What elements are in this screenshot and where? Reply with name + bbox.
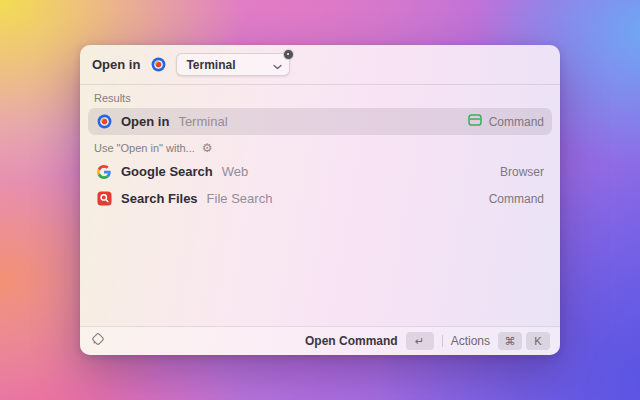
- footer-divider: [442, 335, 443, 347]
- dropdown-selected-value: Terminal: [186, 58, 235, 72]
- chevron-down-icon: [273, 56, 282, 74]
- search-files-icon: [96, 191, 112, 207]
- result-row-search-files[interactable]: Search Files File Search Command: [88, 185, 552, 212]
- command-key-icon[interactable]: ⌘: [498, 332, 522, 350]
- raycast-logo-icon: [90, 331, 106, 351]
- result-row-google-search[interactable]: Google Search Web Browser: [88, 158, 552, 185]
- return-key-icon[interactable]: ↵: [406, 332, 434, 350]
- launcher-header: Open in Terminal: [80, 45, 560, 85]
- result-title: Search Files: [121, 191, 198, 206]
- raycast-launcher-window: Open in Terminal Results: [80, 45, 560, 355]
- results-label-text: Results: [94, 92, 131, 104]
- dropdown-notification-badge: [283, 49, 294, 60]
- result-accessory: Browser: [500, 165, 544, 179]
- result-accessory: Command: [468, 114, 544, 129]
- open-in-icon: [96, 114, 112, 130]
- k-key-icon[interactable]: K: [526, 332, 550, 350]
- result-type-label: Command: [489, 115, 544, 129]
- empty-results-area: [80, 212, 560, 326]
- google-icon: [96, 164, 112, 180]
- gear-icon[interactable]: ⚙: [202, 142, 213, 154]
- result-title: Google Search: [121, 164, 213, 179]
- actions-button[interactable]: Actions: [451, 334, 490, 348]
- result-type-label: Command: [489, 192, 544, 206]
- result-title: Open in: [121, 114, 169, 129]
- open-in-icon: [150, 57, 166, 73]
- result-subtitle: File Search: [207, 191, 273, 206]
- result-accessory: Command: [489, 192, 544, 206]
- result-row-open-in[interactable]: Open in Terminal Command: [88, 108, 552, 135]
- use-with-section-label: Use "Open in" with... ⚙: [80, 135, 560, 158]
- open-with-dropdown[interactable]: Terminal: [176, 53, 290, 76]
- result-subtitle: Web: [222, 164, 249, 179]
- results-section-label: Results: [80, 85, 560, 108]
- terminal-command-icon: [468, 114, 482, 129]
- command-title: Open in: [92, 57, 140, 72]
- result-type-label: Browser: [500, 165, 544, 179]
- result-subtitle: Terminal: [178, 114, 227, 129]
- desktop-background: Open in Terminal Results: [0, 0, 640, 400]
- primary-action-label[interactable]: Open Command: [305, 334, 398, 348]
- use-with-label-text: Use "Open in" with...: [94, 142, 195, 154]
- launcher-footer: Open Command ↵ Actions ⌘ K: [80, 326, 560, 355]
